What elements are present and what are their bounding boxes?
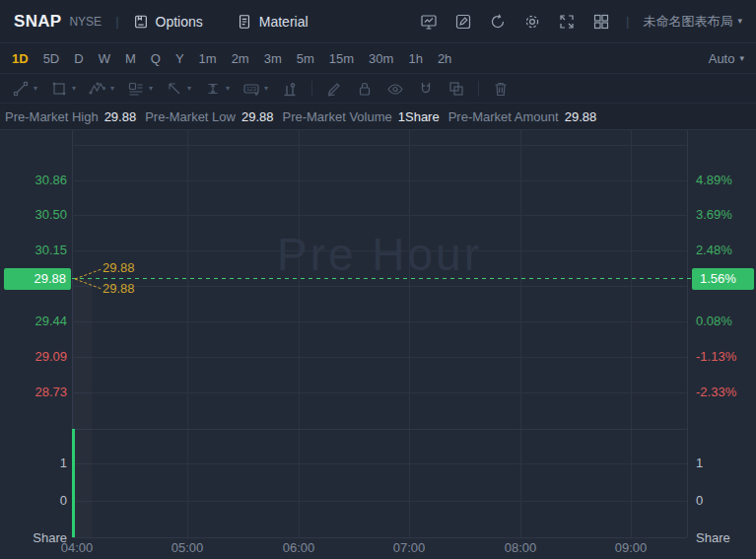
interval-1d[interactable]: 1D (12, 51, 29, 66)
premarket-amount: Pre-Market Amount 29.88 (448, 109, 597, 124)
premarket-low: Pre-Market Low 29.88 (145, 109, 273, 124)
pane-divider[interactable] (72, 429, 687, 430)
trading-app-window: SNAP NYSE | Options Material (0, 0, 756, 559)
interval-bar: 1D 5D D W M Q Y 1m 2m 3m 5m 15m 30m 1h 2… (0, 44, 756, 74)
remove-all-trash-tool[interactable] (492, 80, 510, 98)
current-price-line (72, 278, 692, 279)
interval-2h[interactable]: 2h (438, 51, 451, 66)
gridline-h (72, 286, 687, 287)
bar-pattern-tool[interactable] (281, 80, 299, 98)
toolbar-separator (311, 81, 312, 97)
gridline-v (409, 130, 410, 537)
wave-pattern-tool[interactable]: ▾ (89, 80, 114, 98)
current-price-box: 29.88 (4, 268, 71, 290)
percent-tick: -1.13% (696, 348, 736, 366)
price-tick: 29.44 (0, 313, 67, 330)
interval-5min[interactable]: 5m (297, 51, 314, 66)
price-tag-connectors (72, 266, 103, 292)
interval-30min[interactable]: 30m (369, 51, 393, 66)
chevron-down-icon: ▾ (149, 85, 153, 93)
chevron-down-icon: ▾ (226, 85, 230, 93)
auto-scale-menu[interactable]: Auto ▾ (709, 51, 744, 66)
interval-2min[interactable]: 2m (232, 51, 249, 66)
settings-gear-icon[interactable] (521, 11, 543, 33)
time-axis-line (72, 537, 687, 538)
percent-tick: 2.48% (696, 242, 732, 259)
text-annotation-tool[interactable]: ▾ (127, 80, 153, 98)
gridline-h (72, 463, 687, 464)
layout-menu-label: 未命名图表布局 (643, 13, 732, 31)
options-button-label: Options (156, 14, 203, 30)
gridline-v (631, 130, 632, 537)
divider: | (115, 14, 118, 29)
interval-1h[interactable]: 1h (408, 51, 422, 66)
quick-edit-icon[interactable] (452, 11, 474, 33)
plot-right-edge (687, 130, 688, 537)
premarket-info-bar: Pre-Market High 29.88 Pre-Market Low 29.… (0, 105, 756, 129)
time-tick: 09:00 (601, 540, 660, 555)
chevron-down-icon: ▾ (34, 85, 37, 93)
toolbar-separator (478, 81, 479, 97)
gridline-h (72, 145, 687, 146)
price-tick: 29.09 (0, 348, 67, 366)
percent-tick: -2.33% (696, 384, 736, 401)
interval-3min[interactable]: 3m (264, 51, 282, 66)
options-book-icon (133, 14, 149, 30)
current-change-box: 1.56% (692, 268, 754, 290)
svg-text:123: 123 (246, 86, 257, 92)
chart-canvas[interactable] (0, 129, 756, 559)
gridline-h (72, 501, 687, 502)
interval-1min[interactable]: 1m (199, 51, 217, 66)
numbered-label-tool[interactable]: 123 ▾ (242, 80, 268, 98)
premarket-low-tag: 29.88 (103, 280, 135, 298)
trend-line-tool[interactable]: ▾ (12, 80, 37, 98)
undo-refresh-icon[interactable] (487, 11, 509, 33)
exchange-name: NYSE (69, 15, 102, 29)
volume-tick: 1 (0, 454, 67, 472)
material-button-label: Material (259, 14, 309, 30)
time-tick: 05:00 (158, 540, 217, 555)
arrow-tool[interactable]: ▾ (166, 80, 191, 98)
chevron-down-icon: ▾ (187, 85, 191, 93)
chevron-down-icon: ▾ (739, 54, 744, 63)
options-button[interactable]: Options (133, 14, 203, 30)
layout-menu-button[interactable]: 未命名图表布局 ▾ (643, 13, 742, 31)
fullscreen-icon[interactable] (556, 11, 578, 33)
group-objects-tool[interactable] (447, 80, 465, 98)
lock-tool[interactable] (356, 80, 374, 98)
auto-label: Auto (709, 51, 735, 66)
time-tick: 06:00 (269, 540, 328, 555)
brush-tool[interactable] (325, 80, 343, 98)
top-bar: SNAP NYSE | Options Material (0, 0, 756, 43)
volume-bar-0400 (72, 429, 75, 537)
divider: | (626, 14, 629, 29)
interval-q[interactable]: Q (151, 51, 161, 66)
percent-tick: 3.69% (696, 206, 732, 224)
interval-w[interactable]: W (99, 51, 110, 66)
visibility-eye-tool[interactable] (386, 80, 404, 98)
price-tick: 28.73 (0, 384, 67, 401)
interval-15min[interactable]: 15m (329, 51, 354, 66)
rectangle-tool[interactable]: ▾ (50, 80, 76, 98)
interval-y[interactable]: Y (175, 51, 184, 66)
interval-5d[interactable]: 5D (43, 51, 60, 66)
price-tick: 30.15 (0, 242, 67, 259)
gridline-h (72, 180, 687, 181)
gridline-h (72, 321, 687, 322)
measure-tool[interactable]: ▾ (204, 80, 230, 98)
multichart-layout-icon[interactable] (590, 11, 612, 33)
premarket-high-tag: 29.88 (103, 259, 135, 277)
material-doc-icon (237, 14, 252, 30)
chart-snapshot-icon[interactable] (418, 11, 440, 33)
chevron-down-icon: ▾ (264, 85, 268, 93)
gridline-v (520, 130, 521, 537)
percent-tick: 0.08% (696, 313, 732, 330)
gridline-h (72, 392, 687, 393)
current-bar-highlight (72, 279, 92, 537)
chevron-down-icon: ▾ (110, 85, 114, 93)
magnet-tool[interactable] (417, 80, 435, 98)
interval-d[interactable]: D (74, 51, 83, 66)
interval-m[interactable]: M (125, 51, 136, 66)
material-button[interactable]: Material (237, 14, 309, 30)
symbol-name[interactable]: SNAP (14, 12, 61, 32)
